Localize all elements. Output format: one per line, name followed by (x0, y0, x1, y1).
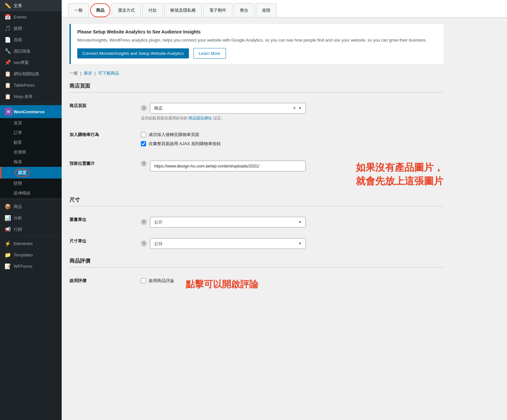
reviews-annotation-text: 點擊可以開啟評論 (186, 278, 258, 290)
cart-behavior-row: 加入購物車行為 成功加入後轉至購物車頁面 在彙整頁面啟用 AJAX 加到購物車按… (69, 126, 443, 155)
cart-redirect-checkbox-row: 成功加入後轉至購物車頁面 (141, 132, 443, 138)
enable-reviews-checkbox-row: 啟用商品評論 (141, 278, 174, 284)
shop-section-title: 商店頁面 (69, 83, 443, 93)
sidebar-item-woo-settings[interactable]: 設定 (0, 167, 62, 179)
tab-email[interactable]: 電子郵件 (203, 3, 232, 17)
main-content: 一般 商品 運送方式 付款 帳號及隱私權 電子郵件 整合 進階 Please S… (62, 0, 507, 420)
sidebar-item-ninja[interactable]: 📋 Ninja 表單 (0, 91, 62, 102)
pages-icon: 📄 (5, 37, 11, 43)
enable-reviews-row: 啟用評價 啟用商品評論 點擊可以開啟評論 (69, 273, 443, 296)
dimension-unit-select[interactable]: 公分 (150, 238, 306, 249)
sidebar-item-products[interactable]: 📦 商品 (0, 201, 62, 212)
tab-products[interactable]: 商品 (90, 3, 110, 17)
shop-page-row: 商店頁面 ? 商店 ✕ ▼ (69, 98, 443, 127)
placeholder-image-annotation: 如果沒有產品圖片， 就會先放上這張圖片 (349, 161, 443, 188)
subnav-inventory-link[interactable]: 庫存 (84, 71, 92, 76)
sidebar-item-woo-coupons[interactable]: 折價券 (0, 147, 62, 157)
media-icon: 🎵 (5, 25, 11, 31)
analytics-icon: 📊 (5, 215, 11, 221)
content-area: Please Setup Website Analytics to See Au… (62, 18, 451, 303)
annotation-line2: 就會先放上這張圖片 (356, 174, 443, 188)
cart-redirect-label: 成功加入後轉至購物車頁面 (149, 132, 199, 138)
weight-unit-help-icon[interactable]: ? (141, 219, 147, 225)
ajax-cart-checkbox-row: 在彙整頁面啟用 AJAX 加到購物車按鈕 (141, 141, 443, 147)
reviews-annotation: 點擊可以開啟評論 (186, 278, 258, 290)
sidebar-item-tablepress[interactable]: 📋 TablePress (0, 80, 62, 91)
shop-form-table: 商店頁面 ? 商店 ✕ ▼ (69, 98, 443, 193)
dimensions-section-title: 尺寸 (69, 197, 443, 206)
events-icon: 📅 (5, 14, 11, 20)
placeholder-image-row: 預留位置圖片 ? 如果沒有產品圖片， 就會先放上這張圖片 (69, 155, 443, 193)
placeholder-image-help-icon[interactable]: ? (141, 161, 147, 167)
placeholder-image-input[interactable] (150, 161, 306, 171)
sidebar-item-media[interactable]: 🎵 媒體 (0, 23, 62, 34)
cart-redirect-checkbox[interactable] (141, 132, 146, 137)
seo-icon: 📌 (5, 59, 11, 66)
sidebar-item-seo[interactable]: 📌 seo專案 (0, 57, 62, 68)
tablepress-icon: 📋 (5, 82, 11, 88)
tab-advanced[interactable]: 進階 (256, 3, 277, 17)
sidebar: ✏️ 文章 📅 Events 🎵 媒體 📄 頁面 🔧 測試鴿雀 📌 seo專案 … (0, 0, 62, 420)
tabs-bar: 一般 商品 運送方式 付款 帳號及隱私權 電子郵件 整合 進階 (62, 0, 507, 18)
sidebar-item-woo-orders[interactable]: 訂單 (0, 128, 62, 138)
sidebar-item-marketing[interactable]: 📢 行銷 (0, 224, 62, 235)
placeholder-image-input-wrap (150, 161, 340, 171)
weight-unit-label: 重量單位 (69, 217, 86, 222)
shop-page-select[interactable]: 商店 (150, 103, 306, 114)
tab-general[interactable]: 一般 (68, 3, 89, 17)
tab-payment[interactable]: 付款 (142, 3, 163, 17)
sub-navigation: 一般 | 庫存 | 可下載商品 (69, 70, 443, 76)
sidebar-item-events[interactable]: 📅 Events (0, 11, 62, 23)
annotation-line1: 如果沒有產品圖片， (356, 161, 443, 174)
enable-reviews-checkbox-label: 啟用商品評論 (149, 278, 174, 284)
sidebar-item-knowledge[interactable]: 📋 網站相關知識 (0, 68, 62, 80)
enable-reviews-checkbox[interactable] (141, 278, 146, 283)
product-permalink-link[interactable]: 商品固定網址 (189, 116, 212, 120)
shop-page-label: 商店頁面 (69, 103, 86, 108)
shop-page-help-icon[interactable]: ? (141, 105, 147, 111)
banner-title: Please Setup Website Analytics to See Au… (77, 29, 437, 34)
sidebar-item-wpforms[interactable]: 📝 WPForms (0, 261, 62, 272)
sidebar-item-test[interactable]: 🔧 測試鴿雀 (0, 45, 62, 57)
cart-behavior-label: 加入購物車行為 (69, 132, 99, 137)
weight-unit-row: 重量單位 ? 公斤 ▼ (69, 212, 443, 233)
sidebar-item-woo-home[interactable]: 首頁 (0, 118, 62, 128)
woo-icon: W (5, 108, 11, 116)
shop-page-select-wrapper: 商店 ✕ ▼ (150, 103, 306, 114)
elementor-icon: ⚡ (5, 241, 11, 247)
sidebar-item-woo-reports[interactable]: 報表 (0, 157, 62, 167)
settings-label: 設定 (15, 169, 30, 177)
placeholder-image-field: ? 如果沒有產品圖片， 就會先放上這張圖片 (141, 161, 443, 188)
tab-integration[interactable]: 整合 (234, 3, 254, 17)
dimension-unit-label: 尺寸單位 (69, 239, 86, 243)
subnav-downloadable-link[interactable]: 可下載商品 (98, 71, 119, 76)
wpforms-icon: 📝 (5, 263, 11, 269)
connect-monsterinsights-button[interactable]: Connect MonsterInsights and Setup Websit… (77, 48, 189, 58)
knowledge-icon: 📋 (5, 71, 11, 77)
sidebar-item-woo-extensions[interactable]: 延伸模組 (0, 188, 62, 198)
test-icon: 🔧 (5, 48, 11, 54)
weight-unit-select[interactable]: 公斤 (150, 217, 306, 228)
tab-shipping[interactable]: 運送方式 (112, 3, 141, 17)
posts-icon: ✏️ (5, 3, 11, 9)
ajax-cart-label: 在彙整頁面啟用 AJAX 加到購物車按鈕 (149, 141, 221, 147)
dimension-unit-help-icon[interactable]: ? (141, 241, 147, 246)
sidebar-item-posts[interactable]: ✏️ 文章 (0, 0, 62, 11)
weight-unit-field: ? 公斤 ▼ (141, 217, 443, 228)
shop-page-field: ? 商店 ✕ ▼ (141, 103, 443, 114)
products-icon: 📦 (5, 204, 11, 210)
learn-more-button[interactable]: Learn More (193, 48, 226, 59)
sidebar-item-analytics[interactable]: 📊 分析 (0, 212, 62, 224)
ajax-cart-checkbox[interactable] (141, 141, 146, 146)
sidebar-item-woocommerce[interactable]: W WooCommerce (0, 105, 62, 118)
sidebar-item-templates[interactable]: 📁 Templates (0, 249, 62, 261)
enable-reviews-field: 啟用商品評論 點擊可以開啟評論 (141, 278, 443, 290)
tab-account[interactable]: 帳號及隱私權 (164, 3, 202, 17)
sidebar-item-woo-customers[interactable]: 顧客 (0, 138, 62, 147)
sidebar-item-woo-status[interactable]: 狀態 (0, 179, 62, 188)
reviews-section-title: 商品評價 (69, 258, 443, 267)
sidebar-item-pages[interactable]: 📄 頁面 (0, 34, 62, 45)
placeholder-image-label: 預留位置圖片 (69, 161, 95, 166)
dimension-unit-select-wrapper: 公分 ▼ (150, 238, 306, 249)
sidebar-item-elementor[interactable]: ⚡ Elementor (0, 238, 62, 249)
